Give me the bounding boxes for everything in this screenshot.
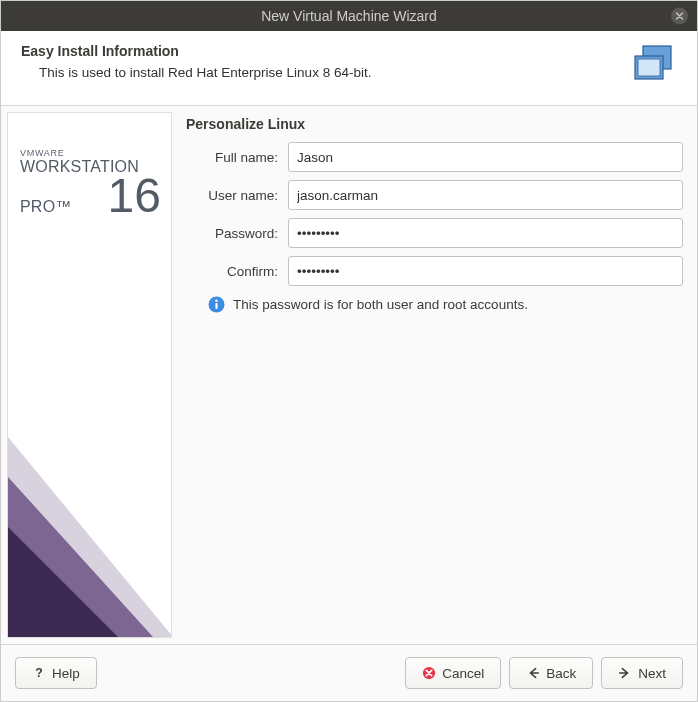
brand-version: 16 — [108, 176, 161, 216]
wizard-window: New Virtual Machine Wizard Easy Install … — [0, 0, 698, 702]
fullname-label: Full name: — [186, 150, 278, 165]
brand-small: VMWARE — [20, 148, 161, 158]
help-label: Help — [52, 666, 80, 681]
back-button[interactable]: Back — [509, 657, 593, 689]
arrow-left-icon — [526, 666, 540, 680]
decorative-triangle-icon — [8, 377, 171, 637]
cancel-icon — [422, 666, 436, 680]
fullname-input[interactable] — [288, 142, 683, 172]
confirm-row: Confirm: — [186, 256, 683, 286]
confirm-label: Confirm: — [186, 264, 278, 279]
window-title: New Virtual Machine Wizard — [261, 8, 437, 24]
help-button[interactable]: ? Help — [15, 657, 97, 689]
header-title: Easy Install Information — [21, 43, 619, 59]
username-input[interactable] — [288, 180, 683, 210]
section-title: Personalize Linux — [186, 116, 683, 132]
password-input[interactable] — [288, 218, 683, 248]
arrow-right-icon — [618, 666, 632, 680]
username-row: User name: — [186, 180, 683, 210]
info-text: This password is for both user and root … — [233, 297, 528, 312]
svg-rect-8 — [215, 303, 217, 309]
header-description: This is used to install Red Hat Enterpri… — [39, 65, 619, 80]
close-button[interactable] — [671, 8, 688, 25]
next-label: Next — [638, 666, 666, 681]
svg-point-7 — [215, 300, 218, 303]
svg-rect-2 — [638, 59, 660, 76]
form-area: Personalize Linux Full name: User name: … — [172, 106, 697, 644]
password-label: Password: — [186, 226, 278, 241]
brand-line2: PRO™ — [20, 198, 71, 216]
vmware-logo: VMWARE WORKSTATION PRO™ 16 — [20, 148, 161, 216]
confirm-input[interactable] — [288, 256, 683, 286]
cancel-label: Cancel — [442, 666, 484, 681]
svg-text:?: ? — [35, 666, 42, 680]
monitor-icon — [631, 43, 677, 93]
button-bar: ? Help Cancel Back — [1, 644, 697, 701]
titlebar: New Virtual Machine Wizard — [1, 1, 697, 31]
header-section: Easy Install Information This is used to… — [1, 31, 697, 106]
username-label: User name: — [186, 188, 278, 203]
side-graphic: VMWARE WORKSTATION PRO™ 16 — [7, 112, 172, 638]
back-label: Back — [546, 666, 576, 681]
info-icon — [208, 296, 225, 313]
fullname-row: Full name: — [186, 142, 683, 172]
close-icon — [675, 12, 684, 21]
next-button[interactable]: Next — [601, 657, 683, 689]
header-text: Easy Install Information This is used to… — [21, 43, 619, 80]
password-row: Password: — [186, 218, 683, 248]
cancel-button[interactable]: Cancel — [405, 657, 501, 689]
main-area: VMWARE WORKSTATION PRO™ 16 Personalize L… — [1, 106, 697, 644]
question-icon: ? — [32, 666, 46, 680]
info-row: This password is for both user and root … — [208, 296, 683, 313]
